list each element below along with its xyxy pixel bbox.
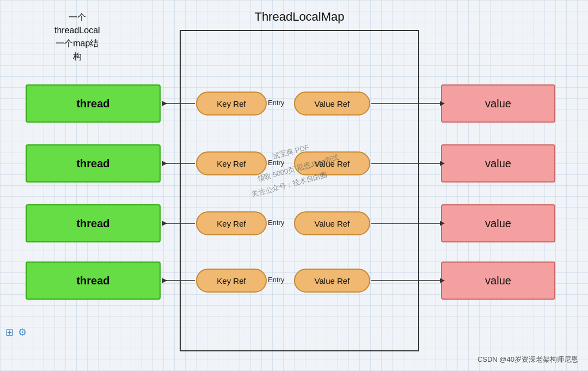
key-ref-box-3: Key Ref <box>196 211 267 235</box>
value-ref-box-1: Value Ref <box>294 92 370 115</box>
settings-icon: ⚙ <box>18 326 27 338</box>
left-label-line4: 构 <box>54 50 100 63</box>
thread-box-4: thread <box>26 261 161 300</box>
credit: CSDN @40岁资深老架构师尼恩 <box>477 355 578 364</box>
value-ref-box-4: Value Ref <box>294 269 370 293</box>
left-label-line3: 一个map结 <box>54 37 100 50</box>
value-ref-box-3: Value Ref <box>294 211 370 235</box>
threadlocalmap-box <box>180 30 419 351</box>
thread-box-2: thread <box>26 144 161 183</box>
grid-icon: ⊞ <box>5 326 14 338</box>
left-label: 一个 threadLocal 一个map结 构 <box>54 11 100 63</box>
entry-label-2: Entry <box>268 159 284 167</box>
entry-label-4: Entry <box>268 276 284 284</box>
left-label-line1: 一个 <box>54 11 100 24</box>
value-box-1: value <box>441 84 555 123</box>
value-box-2: value <box>441 144 555 183</box>
bottom-icons: ⊞ ⚙ <box>5 326 27 338</box>
key-ref-box-2: Key Ref <box>196 151 267 175</box>
key-ref-box-4: Key Ref <box>196 269 267 293</box>
thread-box-3: thread <box>26 204 161 242</box>
entry-label-1: Entry <box>268 99 284 107</box>
value-box-3: value <box>441 204 555 242</box>
value-box-4: value <box>441 261 555 300</box>
thread-box-1: thread <box>26 84 161 123</box>
value-ref-box-2: Value Ref <box>294 151 370 175</box>
canvas: 一个 threadLocal 一个map结 构 ThreadLocalMap t… <box>0 0 588 371</box>
entry-label-3: Entry <box>268 218 284 227</box>
map-title: ThreadLocalMap <box>180 10 419 24</box>
key-ref-box-1: Key Ref <box>196 92 267 115</box>
left-label-line2: threadLocal <box>54 24 100 37</box>
